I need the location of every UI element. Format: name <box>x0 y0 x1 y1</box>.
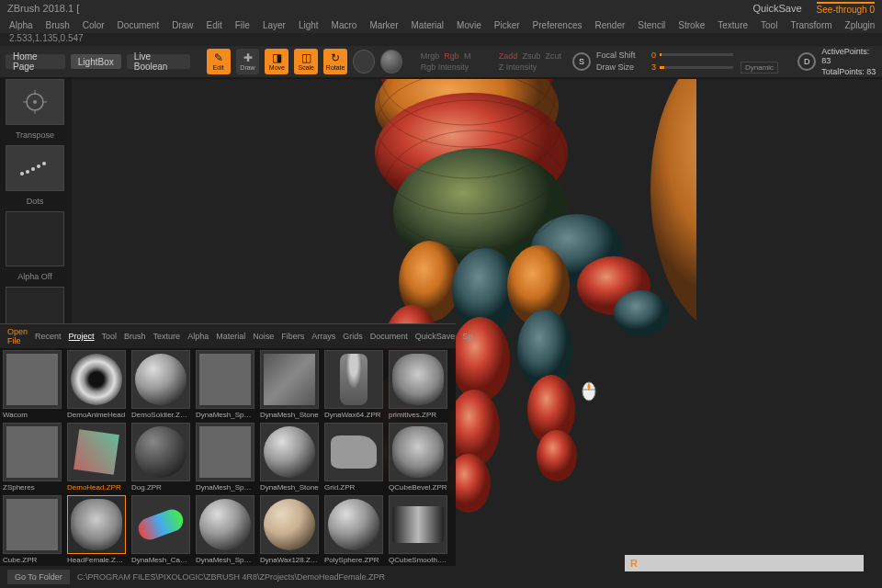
lightbox-panel: Open FileRecentProjectToolBrushTextureAl… <box>0 323 456 588</box>
menu-material[interactable]: Material <box>412 20 445 30</box>
menu-picker[interactable]: Picker <box>494 20 520 30</box>
thumb-dynamesh-stone[interactable]: DynaMesh_Stone <box>257 421 322 493</box>
transpose-icon <box>21 88 49 116</box>
menu-alpha[interactable]: Alpha <box>9 20 33 30</box>
menu-brush[interactable]: Brush <box>46 20 70 30</box>
lightbox-tab-material[interactable]: Material <box>216 332 245 341</box>
lightbox-tab-fibers[interactable]: Fibers <box>281 332 304 341</box>
menu-marker[interactable]: Marker <box>369 20 398 30</box>
thumb-dynamesh-sphere[interactable]: DynaMesh_Sphere <box>193 348 257 421</box>
alpha-slot[interactable] <box>6 211 64 266</box>
thumb-dynawax64-zpr[interactable]: DynaWax64.ZPR <box>322 348 386 421</box>
z-intensity-label: Z Intensity <box>499 62 561 72</box>
menu-render[interactable]: Render <box>595 20 626 30</box>
gizmo-s[interactable]: S <box>572 52 591 71</box>
liveboolean-button[interactable]: Live Boolean <box>127 54 190 69</box>
seethrough-slider[interactable]: See-through 0 <box>817 2 875 15</box>
menu-zplugin[interactable]: Zplugin <box>845 20 876 30</box>
lightbox-tab-tool[interactable]: Tool <box>102 332 118 341</box>
thumb-demosoldier-zpr[interactable]: DemoSoldier.ZPR <box>129 348 193 421</box>
goto-folder-button[interactable]: Go To Folder <box>7 570 70 584</box>
menu-file[interactable]: File <box>235 20 250 30</box>
homepage-button[interactable]: Home Page <box>6 54 65 69</box>
status-input-bar[interactable]: R <box>625 555 864 571</box>
thumb-wacom[interactable]: Wacom <box>0 348 64 421</box>
lightbox-button[interactable]: LightBox <box>71 54 121 69</box>
lightbox-tab-quicksave[interactable]: QuickSave <box>415 332 456 341</box>
thumb-primitives-zpr[interactable]: primitives.ZPR <box>386 348 450 421</box>
menu-texture[interactable]: Texture <box>718 20 748 30</box>
draw-mode-button[interactable]: ✚Draw <box>236 49 260 74</box>
edit-icon: ✎ <box>214 52 223 63</box>
scale-mode-button[interactable]: ◫Scale <box>294 49 318 74</box>
menu-layer[interactable]: Layer <box>263 20 286 30</box>
lightbox-tab-brush[interactable]: Brush <box>124 332 146 341</box>
zadd-button[interactable]: Zadd <box>499 51 518 61</box>
zsub-button[interactable]: Zsub <box>522 51 540 61</box>
lightbox-tab-noise[interactable]: Noise <box>253 332 274 341</box>
thumb-polysphere-zpr[interactable]: PolySphere.ZPR <box>322 493 386 566</box>
move-mode-button[interactable]: ◨Move <box>265 49 288 74</box>
lightbox-tab-texture[interactable]: Texture <box>153 332 181 341</box>
zcut-button[interactable]: Zcut <box>545 51 561 61</box>
thumb-dog-zpr[interactable]: Dog.ZPR <box>129 421 193 493</box>
menu-tool[interactable]: Tool <box>761 20 777 30</box>
menu-macro[interactable]: Macro <box>332 20 357 30</box>
rgb-button[interactable]: Rgb <box>444 51 459 61</box>
quicksave-button[interactable]: QuickSave <box>752 3 801 14</box>
menu-color[interactable]: Color <box>83 20 105 30</box>
menu-light[interactable]: Light <box>299 20 319 30</box>
lightbox-tab-recent[interactable]: Recent <box>35 332 62 341</box>
thumb-dynamesh-sphere[interactable]: DynaMesh_Sphere <box>193 421 257 493</box>
thumb-cube-zpr[interactable]: Cube.ZPR <box>0 493 64 566</box>
menu-movie[interactable]: Movie <box>457 20 481 30</box>
lightbox-grid: WacomDemoAnimeHeadDemoSoldier.ZPRDynaMes… <box>0 348 456 566</box>
dots-icon <box>18 159 51 177</box>
svg-point-8 <box>31 167 35 171</box>
menu-document[interactable]: Document <box>118 20 160 30</box>
thumb-qcubesmooth-zpr[interactable]: QCubeSmooth.ZPR <box>386 493 450 566</box>
lightbox-tab-open-file[interactable]: Open File <box>7 327 28 345</box>
left-palette: Transpose Dots Alpha Off Texture Off <box>6 79 64 358</box>
focal-shift-slider[interactable] <box>660 53 733 56</box>
scale-icon: ◫ <box>301 52 311 63</box>
thumb-dynawax128-zpr[interactable]: DynaWax128.ZPR <box>257 493 322 566</box>
m-button[interactable]: M <box>464 51 471 61</box>
menu-transform[interactable]: Transform <box>790 20 831 30</box>
thumb-dynamesh-sphere[interactable]: DynaMesh_Sphere <box>193 493 257 566</box>
lightbox-tab-project[interactable]: Project <box>69 332 95 341</box>
material-sphere-button[interactable] <box>380 50 402 74</box>
gyro-button[interactable] <box>353 50 375 74</box>
menu-stencil[interactable]: Stencil <box>638 20 665 30</box>
thumb-dynamesh-capsule[interactable]: DynaMesh_Capsule <box>129 493 193 566</box>
rotate-mode-button[interactable]: ↻Rotate <box>323 49 347 74</box>
menu-draw[interactable]: Draw <box>172 20 193 30</box>
stroke-dots[interactable] <box>6 145 64 191</box>
thumb-demohead-zpr[interactable]: DemoHead.ZPR <box>64 421 129 493</box>
transpose-tool[interactable] <box>6 79 64 125</box>
move-icon: ◨ <box>272 52 282 63</box>
dynamic-toggle[interactable]: Dynamic <box>741 62 778 74</box>
draw-size-slider[interactable] <box>660 66 733 69</box>
edit-mode-button[interactable]: ✎Edit <box>207 49 231 74</box>
mrgb-button[interactable]: Mrgb <box>421 51 440 61</box>
menu-stroke[interactable]: Stroke <box>678 20 705 30</box>
lightbox-tab-sp[interactable]: Sp <box>462 332 472 341</box>
app-title: ZBrush 2018.1 [ <box>7 3 79 14</box>
point-stats: ActivePoints: 83 TotalPoints: 83 <box>821 47 876 76</box>
lightbox-tab-document[interactable]: Document <box>370 332 408 341</box>
thumb-grid-zpr[interactable]: Grid.ZPR <box>322 421 386 493</box>
lightbox-tab-arrays[interactable]: Arrays <box>311 332 335 341</box>
lightbox-tab-grids[interactable]: Grids <box>343 332 363 341</box>
gizmo-d[interactable]: D <box>797 52 816 71</box>
svg-point-17 <box>614 290 669 336</box>
lightbox-tab-alpha[interactable]: Alpha <box>187 332 209 341</box>
thumb-headfemale-zpr[interactable]: HeadFemale.ZPR <box>64 493 129 566</box>
menu-preferences[interactable]: Preferences <box>533 20 582 30</box>
menu-edit[interactable]: Edit <box>207 20 222 30</box>
thumb-demoanimehead[interactable]: DemoAnimeHead <box>64 348 129 421</box>
thumb-dynamesh-stone[interactable]: DynaMesh_Stone <box>257 348 322 421</box>
alpha-label: Alpha Off <box>6 270 64 283</box>
thumb-qcubebevel-zpr[interactable]: QCubeBevel.ZPR <box>386 421 450 493</box>
thumb-zspheres[interactable]: ZSpheres <box>0 421 64 493</box>
